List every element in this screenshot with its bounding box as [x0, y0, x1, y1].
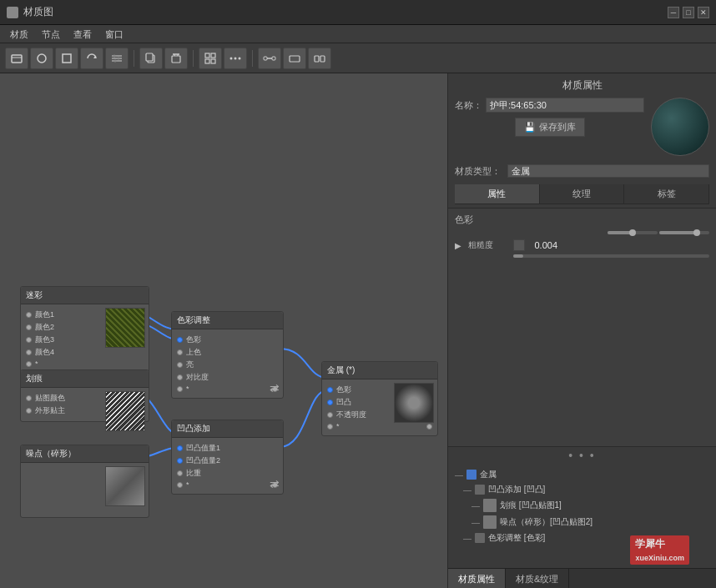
tb-settings-button[interactable] [105, 48, 129, 69]
port-dot-color4[interactable] [26, 349, 32, 355]
tb-open-button[interactable] [5, 48, 28, 69]
bottom-dots: • • • [448, 447, 716, 464]
bottom-tabs: 材质属性 材质&纹理 [448, 568, 716, 588]
close-button[interactable]: ✕ [698, 7, 709, 18]
tb-circle-button[interactable] [30, 48, 53, 69]
tb-frame-button[interactable] [283, 48, 306, 69]
port-dot-color1[interactable] [26, 312, 32, 318]
port-ca-bright: 亮 [177, 359, 278, 370]
mat-type-input[interactable] [507, 164, 709, 178]
port-ca-color: 色彩 [177, 334, 278, 345]
svg-point-30 [629, 229, 636, 236]
port-dot-ca-bright[interactable] [177, 362, 183, 368]
roughness-slider[interactable] [513, 254, 709, 258]
port-mixin-star: * [26, 359, 144, 368]
menu-window[interactable]: 窗口 [98, 25, 130, 43]
tb-delete-button[interactable] [164, 48, 188, 69]
svg-point-7 [118, 57, 120, 59]
port-dot-color2[interactable] [26, 324, 32, 330]
svg-point-19 [230, 57, 233, 59]
port-dot-scratch-shape[interactable] [26, 408, 32, 414]
mat-props-fields: 名称： 💾 保存到库 [455, 98, 644, 137]
port-dot-ba-bump2[interactable] [177, 458, 183, 464]
port-ba-bump1: 凹凸值量1 [177, 443, 278, 454]
tab-attributes[interactable]: 属性 [455, 184, 540, 204]
svg-point-8 [114, 59, 117, 62]
node-bump-add[interactable]: 凹凸添加 凹凸值量1 凹凸值量2 比重 * [171, 420, 284, 495]
layer-row-scratch[interactable]: — 划痕 [凹凸贴图1] [471, 497, 709, 514]
tb-connect-button[interactable] [258, 48, 281, 69]
save-icon: 💾 [524, 122, 536, 133]
node-mixin[interactable]: 迷彩 颜色1 颜色2 颜色3 颜色4 [20, 286, 149, 374]
port-dot-color3[interactable] [26, 337, 32, 343]
bottom-panel: • • • — 金属 — 凹凸添加 [凹凸] — 划痕 [448, 446, 716, 588]
tb-refresh-button[interactable] [80, 48, 103, 69]
watermark: 学犀牛 xueXiniu.com [630, 535, 689, 565]
tb-split-button[interactable] [308, 48, 331, 69]
name-input[interactable] [486, 98, 644, 113]
port-dot-m-opacity[interactable] [327, 412, 333, 418]
node-scratch-thumb [105, 391, 145, 431]
node-scratch-body: 贴图颜色 外形贴主 [21, 388, 149, 421]
node-color-adjust[interactable]: 色彩调整 色彩 上色 亮 对比度 [171, 311, 284, 399]
maximize-button[interactable]: □ [683, 7, 694, 18]
minimize-button[interactable]: ─ [668, 7, 679, 18]
svg-point-33 [693, 229, 700, 236]
toolbar-sep3 [252, 50, 253, 67]
layer-row-noise[interactable]: — 噪点（碎形）[凹凸贴图2] [471, 514, 709, 530]
titlebar: 材质图 ─ □ ✕ [0, 0, 716, 25]
port-dot-scratch-color[interactable] [26, 395, 32, 401]
port-dot-ca-contrast[interactable] [177, 374, 183, 380]
color-slider[interactable] [608, 229, 658, 236]
layer-icon-metal [466, 470, 476, 480]
svg-rect-27 [320, 56, 325, 62]
node-bump-frag[interactable]: 噪点（碎形） [20, 445, 149, 518]
node-bump-frag-body [21, 463, 149, 517]
menu-view[interactable]: 查看 [67, 25, 98, 43]
node-color-adjust-body: 色彩 上色 亮 对比度 * ⇄ [172, 329, 283, 398]
name-row: 名称： [455, 98, 644, 113]
name-label: 名称： [455, 99, 482, 112]
layer-row-metal[interactable]: — 金属 [455, 467, 709, 482]
port-dot-m-star[interactable] [327, 424, 333, 430]
node-editor[interactable]: 迷彩 颜色1 颜色2 颜色3 颜色4 [0, 73, 447, 588]
node-scratch[interactable]: 划痕 贴图颜色 外形贴主 [20, 369, 149, 422]
port-dot-ca-star[interactable] [177, 386, 183, 392]
titlebar-controls[interactable]: ─ □ ✕ [668, 7, 709, 18]
tab-texture[interactable]: 纹理 [540, 184, 625, 204]
port-ba-star: * [177, 480, 278, 489]
tb-grid-button[interactable] [199, 48, 222, 69]
svg-rect-32 [659, 231, 697, 234]
tb-copy-button[interactable] [139, 48, 163, 69]
port-ca-tint: 上色 [177, 347, 278, 358]
node-bump-add-body: 凹凸值量1 凹凸值量2 比重 * ⇄ [172, 438, 283, 494]
node-metal[interactable]: 金属 (*) 色彩 凹凸 不透明度 * [321, 361, 438, 436]
roughness-swatch[interactable] [513, 239, 525, 251]
node-metal-body: 色彩 凹凸 不透明度 * [322, 379, 437, 435]
tab-tag[interactable]: 标签 [624, 184, 709, 204]
port-dot-ba-bump1[interactable] [177, 445, 183, 451]
menu-node[interactable]: 节点 [35, 25, 67, 43]
save-button[interactable]: 💾 保存到库 [515, 118, 585, 137]
node-metal-thumb [394, 383, 434, 423]
port-dot-ba-star[interactable] [177, 482, 183, 488]
tab-mat-props[interactable]: 材质属性 [448, 569, 506, 588]
tb-dots-button[interactable] [224, 48, 247, 69]
port-dot-m-out[interactable] [426, 424, 432, 430]
node-color-adjust-header: 色彩调整 [172, 312, 283, 329]
port-dot-m-bump[interactable] [327, 400, 333, 405]
svg-rect-26 [315, 56, 319, 62]
tb-rect-button[interactable] [55, 48, 78, 69]
node-bump-add-header: 凹凸添加 [172, 420, 283, 438]
port-dot-ca-tint[interactable] [177, 349, 183, 355]
layer-label-scratch: 划痕 [凹凸贴图1] [500, 500, 562, 511]
port-dot-star1[interactable] [26, 361, 32, 367]
port-dot-ba-weight[interactable] [177, 470, 183, 476]
menu-material[interactable]: 材质 [3, 25, 35, 43]
port-dot-m-color[interactable] [327, 387, 333, 393]
color-slider2[interactable] [659, 229, 709, 236]
window-title: 材质图 [23, 5, 53, 19]
layer-row-bumpAdd[interactable]: — 凹凸添加 [凹凸] [463, 482, 709, 497]
tab-mat-texture[interactable]: 材质&纹理 [506, 569, 569, 588]
port-dot-ca-color[interactable] [177, 337, 183, 343]
